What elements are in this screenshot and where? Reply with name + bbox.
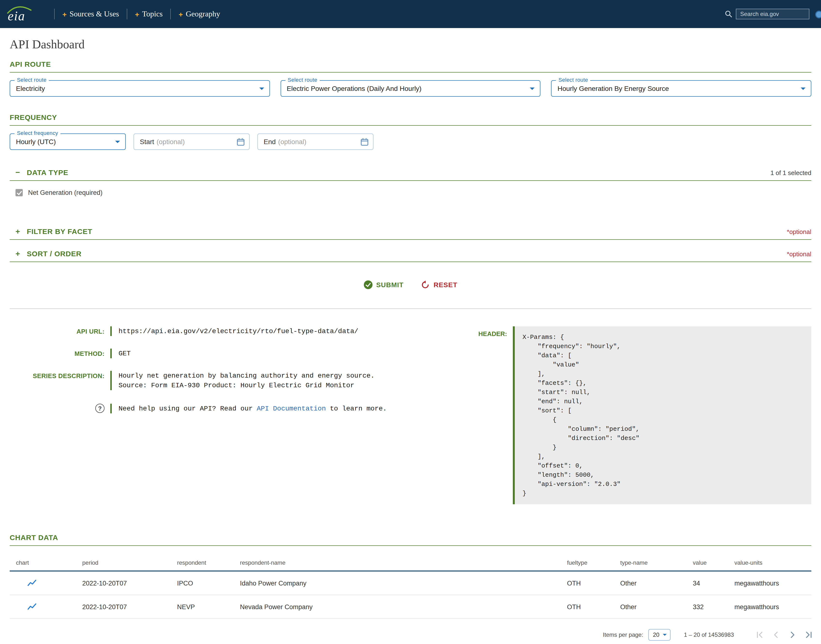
- col-value-units: value-units: [734, 560, 811, 566]
- search-icon[interactable]: [725, 10, 732, 18]
- cell-type-name: Other: [620, 603, 693, 610]
- select-label: Select route: [556, 77, 590, 83]
- chevron-down-icon: [801, 87, 806, 90]
- reset-label: RESET: [434, 281, 457, 289]
- api-route-heading: API ROUTE: [10, 60, 51, 68]
- nav-geography[interactable]: + Geography: [170, 9, 228, 19]
- feedback-widget-icon[interactable]: [815, 11, 821, 18]
- select-value: Hourly Generation By Energy Source: [558, 84, 669, 92]
- date-field-label: End: [264, 138, 276, 146]
- reset-button[interactable]: RESET: [421, 281, 457, 289]
- search-input[interactable]: [736, 9, 809, 19]
- api-url-label: API URL:: [10, 327, 105, 335]
- select-label: Select frequency: [14, 130, 60, 136]
- help-icon-cell: ?: [10, 404, 105, 413]
- select-value: Electric Power Operations (Daily And Hou…: [287, 84, 421, 92]
- end-date-field[interactable]: End (optional): [257, 133, 374, 150]
- expand-plus-icon[interactable]: +: [10, 250, 20, 257]
- chart-data-heading: CHART DATA: [10, 533, 58, 541]
- expand-plus-icon[interactable]: +: [10, 228, 20, 235]
- frequency-heading-row: FREQUENCY: [10, 113, 811, 126]
- filter-by-facet-heading: FILTER BY FACET: [27, 227, 92, 235]
- help-text-post: to learn more.: [326, 405, 387, 412]
- eia-logo[interactable]: eia: [7, 5, 32, 24]
- cell-period: 2022-10-20T07: [82, 580, 177, 587]
- col-period: period: [82, 560, 177, 566]
- next-page-button[interactable]: [788, 630, 797, 639]
- col-fueltype: fueltype: [567, 560, 620, 566]
- table-row: 2022-10-20T07 NEVP Nevada Power Company …: [10, 595, 811, 619]
- start-date-field[interactable]: Start (optional): [134, 133, 250, 150]
- items-per-page-select[interactable]: 20: [648, 629, 670, 641]
- net-generation-checkbox[interactable]: [15, 189, 23, 196]
- api-route-section: API ROUTE Select route Electricity Selec…: [10, 60, 811, 97]
- main-content: API Dashboard API ROUTE Select route Ele…: [0, 28, 821, 642]
- filter-optional-note: *optional: [787, 228, 811, 235]
- section-divider: [10, 308, 811, 309]
- eia-logo-text: eia: [8, 9, 25, 24]
- net-generation-row: Net Generation (required): [10, 189, 811, 196]
- method-row: METHOD: GET: [10, 349, 474, 358]
- chart-data-section: CHART DATA chart period respondent respo…: [10, 533, 811, 642]
- route-select-subcategory[interactable]: Select route Electric Power Operations (…: [280, 80, 540, 97]
- route-select-series[interactable]: Select route Hourly Generation By Energy…: [551, 80, 811, 97]
- data-type-heading: DATA TYPE: [27, 168, 68, 176]
- col-value: value: [693, 560, 734, 566]
- frequency-select[interactable]: Select frequency Hourly (UTC): [10, 133, 126, 150]
- previous-page-button[interactable]: [772, 630, 780, 639]
- series-description-label: SERIES DESCRIPTION:: [10, 371, 105, 380]
- chevron-down-icon: [259, 87, 264, 90]
- form-actions: SUBMIT RESET: [10, 281, 811, 289]
- cell-respondent-name: Idaho Power Company: [240, 580, 567, 587]
- route-select-row: Select route Electricity Select route El…: [10, 80, 811, 97]
- line-chart-icon[interactable]: [27, 602, 37, 612]
- filter-heading-row: + FILTER BY FACET *optional: [10, 227, 811, 240]
- nav-sources-uses[interactable]: + Sources & Uses: [54, 9, 127, 19]
- items-per-page-value: 20: [653, 632, 660, 638]
- items-per-page-label: Items per page:: [603, 632, 643, 638]
- top-navbar: eia + Sources & Uses + Topics + Geograph…: [0, 0, 821, 28]
- cell-respondent: IPCO: [177, 580, 240, 587]
- data-type-selected-count: 1 of 1 selected: [770, 169, 811, 176]
- table-row: 2022-10-20T07 IPCO Idaho Power Company O…: [10, 572, 811, 595]
- chart-data-heading-row: CHART DATA: [10, 533, 811, 546]
- last-page-button[interactable]: [804, 630, 813, 639]
- select-value: Hourly (UTC): [16, 138, 56, 146]
- series-description-line2: Source: Form EIA-930 Product: Hourly Ele…: [118, 380, 474, 390]
- date-field-placeholder: (optional): [278, 138, 306, 146]
- cell-value-units: megawatthours: [734, 603, 811, 610]
- submit-button[interactable]: SUBMIT: [364, 281, 403, 289]
- check-circle-icon: [364, 281, 372, 289]
- nav-topics[interactable]: + Topics: [127, 9, 170, 19]
- cell-value-units: megawatthours: [734, 580, 811, 587]
- nav-label: Sources & Uses: [70, 10, 119, 18]
- nav-label: Topics: [142, 10, 163, 18]
- route-select-category[interactable]: Select route Electricity: [10, 80, 270, 97]
- net-generation-label: Net Generation (required): [28, 189, 103, 196]
- select-label: Select route: [285, 77, 320, 83]
- col-type-name: type-name: [620, 560, 693, 566]
- cell-value: 332: [693, 603, 734, 610]
- cell-respondent-name: Nevada Power Company: [240, 603, 567, 610]
- api-route-heading-row: API ROUTE: [10, 60, 811, 72]
- reset-arrow-icon: [421, 281, 430, 289]
- help-question-icon[interactable]: ?: [95, 404, 105, 413]
- first-page-button[interactable]: [755, 630, 764, 639]
- cell-fueltype: OTH: [567, 603, 620, 610]
- cell-value: 34: [693, 580, 734, 587]
- plus-icon: +: [62, 10, 67, 18]
- site-search: [725, 0, 809, 28]
- line-chart-icon[interactable]: [27, 578, 37, 588]
- collapse-minus-icon[interactable]: −: [10, 169, 20, 176]
- method-value: GET: [110, 349, 474, 358]
- col-respondent-name: respondent-name: [240, 560, 567, 566]
- api-details-right: HEADER: X-Params: { "frequency": "hourly…: [474, 327, 811, 504]
- calendar-icon[interactable]: [360, 138, 369, 146]
- pagination-bar: Items per page: 20 1 – 20 of 14536983: [0, 627, 821, 644]
- date-field-placeholder: (optional): [157, 138, 185, 146]
- frequency-input-row: Select frequency Hourly (UTC) Start (opt…: [10, 133, 811, 150]
- api-documentation-link[interactable]: API Documentation: [257, 405, 326, 412]
- calendar-icon[interactable]: [237, 138, 245, 146]
- header-params-code: X-Params: { "frequency": "hourly", "data…: [513, 327, 811, 504]
- cell-period: 2022-10-20T07: [82, 603, 177, 610]
